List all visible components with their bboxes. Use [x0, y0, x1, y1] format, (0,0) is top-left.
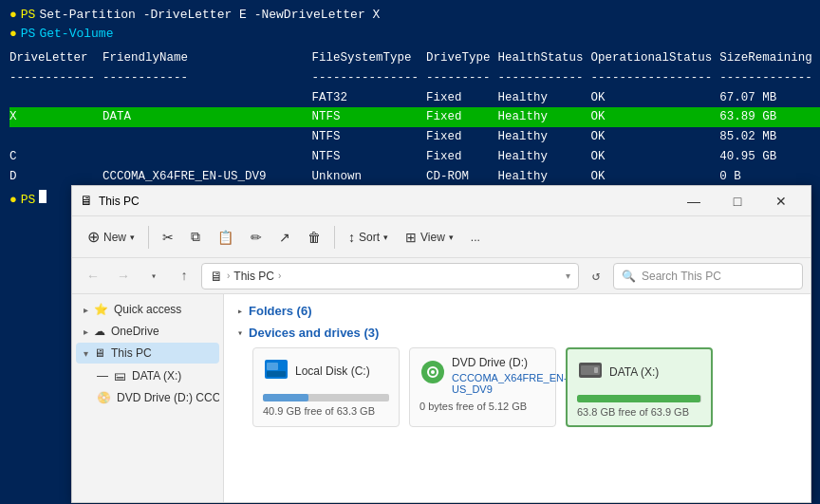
- onedrive-label: OneDrive: [111, 325, 159, 338]
- toolbar-sep-1: [148, 226, 149, 249]
- close-button[interactable]: ✕: [759, 186, 803, 216]
- address-path[interactable]: 🖥 › This PC › ▾: [201, 263, 579, 289]
- window-controls: — □ ✕: [672, 186, 803, 216]
- view-button[interactable]: ⊞ View ▾: [398, 225, 461, 250]
- new-icon: ⊕: [87, 228, 100, 246]
- this-pc-icon: 🖥: [94, 346, 105, 360]
- minimize-button[interactable]: —: [672, 186, 716, 216]
- cut-icon: ✂: [162, 230, 174, 245]
- back-button[interactable]: ←: [80, 263, 106, 289]
- sort-button[interactable]: ↕ Sort ▾: [341, 225, 396, 250]
- sidebar-item-quick-access[interactable]: ▸ ⭐ Quick access: [76, 299, 219, 320]
- data-x-label: DATA (X:): [132, 369, 181, 383]
- drives-grid: Local Disk (C:)40.9 GB free of 63.3 GBDV…: [237, 347, 797, 427]
- data-x-icon2: 🖴: [114, 368, 126, 383]
- sidebar-item-dvd[interactable]: 📀 DVD Drive (D:) CCC0: [76, 387, 219, 408]
- svg-rect-8: [594, 367, 598, 373]
- terminal-cursor: [39, 190, 47, 203]
- forward-button[interactable]: →: [110, 263, 137, 289]
- content-area: ▸ Folders (6) ▾ Devices and drives (3) L…: [224, 294, 811, 502]
- table-row: XDATANTFSFixedHealthyOK63.89 GB63.98 GB: [9, 107, 820, 127]
- expand-icon-pc: ▾: [84, 348, 88, 359]
- expand-icon-onedrive: ▸: [84, 327, 88, 337]
- search-box[interactable]: 🔍 Search This PC: [613, 263, 803, 289]
- maximize-button[interactable]: □: [716, 186, 759, 216]
- drive-progress-fill: [577, 395, 700, 402]
- copy-button[interactable]: ⧉: [183, 224, 208, 250]
- rename-icon: ✏: [251, 230, 262, 245]
- folders-header[interactable]: ▸ Folders (6): [237, 304, 797, 318]
- search-icon: 🔍: [622, 270, 636, 283]
- drive-name: DVD Drive (D:)CCCOMA_X64FRE_EN-US_DV9: [452, 356, 568, 395]
- drive-free-space: 0 bytes free of 5.12 GB: [419, 401, 546, 412]
- drive-progress-fill: [263, 394, 308, 401]
- main-content: ▸ ⭐ Quick access ▸ ☁ OneDrive ▾ 🖥 This P…: [72, 294, 811, 502]
- drive-free-space: 63.8 GB free of 63.9 GB: [577, 406, 701, 418]
- paste-icon: 📋: [217, 230, 233, 245]
- drive-icon: [263, 356, 289, 388]
- paste-button[interactable]: 📋: [210, 225, 241, 250]
- title-bar-icon: 🖥: [80, 194, 93, 209]
- th-operationalstatus: OperationalStatus: [591, 48, 720, 68]
- this-pc-label: This PC: [111, 346, 152, 360]
- search-placeholder: Search This PC: [642, 270, 721, 283]
- more-button[interactable]: ...: [463, 226, 488, 249]
- delete-button[interactable]: 🗑: [300, 225, 328, 250]
- view-label: View: [420, 231, 445, 244]
- drive-progress-bg: [263, 394, 389, 401]
- drive-item[interactable]: Local Disk (C:)40.9 GB free of 63.3 GB: [252, 347, 400, 427]
- drive-progress-bg: [577, 395, 701, 402]
- new-button[interactable]: ⊕ New ▾: [80, 223, 142, 251]
- th-friendlyname: FriendlyName: [102, 48, 274, 68]
- sep-2: ------------: [102, 68, 274, 88]
- table-header-row: DriveLetter FriendlyName FileSystemType …: [9, 48, 820, 68]
- dvd-icon: 📀: [97, 391, 111, 404]
- drive-free-space: 40.9 GB free of 63.3 GB: [263, 405, 389, 417]
- new-label: New: [103, 231, 126, 244]
- toolbar-sep-2: [334, 226, 335, 249]
- path-thispc: This PC: [233, 270, 274, 283]
- data-x-icon: —: [97, 369, 108, 383]
- table-row: FAT32FixedHealthyOK67.07 MB96 MB: [9, 88, 820, 108]
- more-label: ...: [471, 231, 480, 244]
- sidebar-item-this-pc[interactable]: ▾ 🖥 This PC: [76, 343, 219, 364]
- ps-prompt-3: PS: [21, 191, 36, 210]
- sidebar: ▸ ⭐ Quick access ▸ ☁ OneDrive ▾ 🖥 This P…: [72, 294, 224, 502]
- title-bar-text: This PC: [99, 195, 672, 208]
- sort-chevron-icon: ▾: [383, 233, 388, 242]
- terminal: ● PS Set-Partition -DriveLetter E -NewDr…: [0, 0, 820, 204]
- sidebar-item-data-x[interactable]: — 🖴 DATA (X:): [76, 364, 219, 386]
- svg-point-5: [431, 370, 435, 374]
- path-icon: 🖥: [210, 269, 223, 284]
- expand-icon-quick: ▸: [84, 305, 88, 315]
- sep-6: -----------------: [591, 68, 720, 88]
- up-button[interactable]: ↑: [171, 263, 197, 289]
- refresh-button[interactable]: ↺: [583, 263, 609, 289]
- cut-button[interactable]: ✂: [155, 225, 181, 250]
- drives-section: ▾ Devices and drives (3) Local Disk (C:)…: [237, 326, 797, 427]
- ps-prompt-2: PS: [21, 25, 36, 44]
- drives-header[interactable]: ▾ Devices and drives (3): [237, 326, 797, 340]
- view-icon: ⊞: [405, 230, 417, 245]
- drives-title: Devices and drives (3): [249, 326, 379, 340]
- drive-item[interactable]: DVD Drive (D:)CCCOMA_X64FRE_EN-US_DV90 b…: [409, 347, 556, 427]
- share-button[interactable]: ↗: [271, 225, 298, 250]
- drive-name: DATA (X:): [609, 365, 659, 381]
- terminal-line-1: ● PS Set-Partition -DriveLetter E -NewDr…: [9, 6, 811, 25]
- drive-item[interactable]: DATA (X:)63.8 GB free of 63.9 GB: [566, 347, 713, 427]
- svg-rect-1: [267, 363, 278, 370]
- bullet-1: ●: [9, 6, 17, 25]
- table-separator-row: ------------ ------------ --------------…: [9, 68, 820, 88]
- bullet-2: ●: [9, 25, 17, 44]
- rename-button[interactable]: ✏: [243, 225, 270, 250]
- sidebar-item-onedrive[interactable]: ▸ ☁ OneDrive: [76, 321, 219, 342]
- dvd-label: DVD Drive (D:) CCC0: [117, 391, 219, 404]
- bullet-3: ●: [9, 191, 17, 210]
- recent-button[interactable]: ▾: [140, 263, 167, 289]
- sort-label: Sort: [359, 231, 380, 244]
- drive-header: Local Disk (C:): [263, 356, 389, 388]
- folders-section: ▸ Folders (6): [237, 304, 797, 318]
- delete-icon: 🗑: [308, 230, 321, 245]
- drive-name: Local Disk (C:): [295, 364, 370, 380]
- terminal-line-2: ● PS Get-Volume: [9, 25, 811, 44]
